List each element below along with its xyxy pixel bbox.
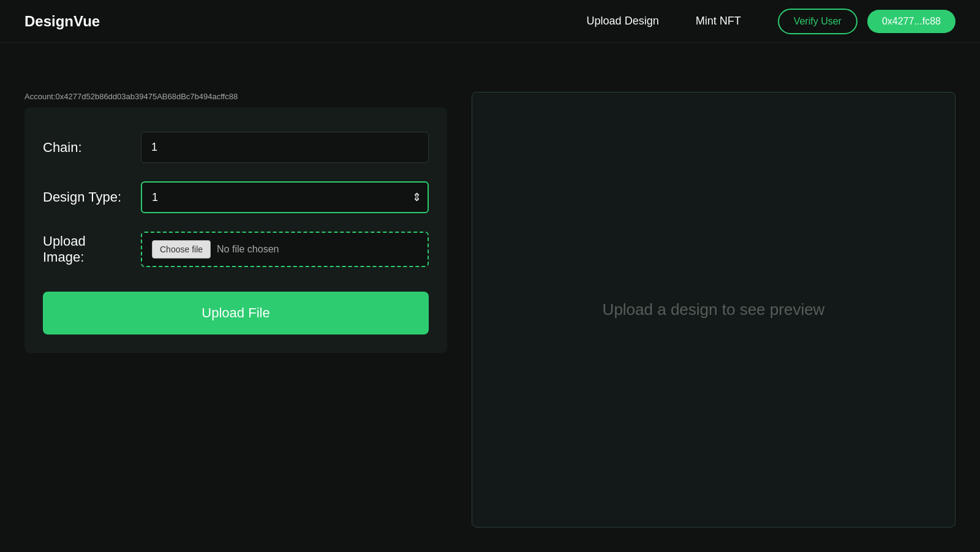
choose-file-button[interactable]: Choose file: [152, 240, 211, 259]
account-label: Account:0x4277d52b86dd03ab39475AB68dBc7b…: [24, 92, 447, 101]
design-type-label: Design Type:: [43, 189, 141, 205]
upload-image-label: UploadImage:: [43, 233, 141, 265]
file-input-wrapper: Choose file No file chosen: [141, 232, 429, 267]
preview-panel: Upload a design to see preview: [472, 92, 956, 527]
app-logo: DesignVue: [24, 13, 100, 30]
preview-placeholder-text: Upload a design to see preview: [603, 300, 825, 319]
nav-links: Upload Design Mint NFT: [587, 15, 741, 28]
design-type-select-wrapper: 1 2 3 ⇕: [141, 181, 429, 213]
wallet-address-button[interactable]: 0x4277...fc88: [867, 10, 956, 33]
upload-file-button[interactable]: Upload File: [43, 292, 429, 335]
left-panel: Account:0x4277d52b86dd03ab39475AB68dBc7b…: [24, 92, 447, 527]
file-input-display: Choose file No file chosen: [142, 233, 428, 266]
navbar: DesignVue Upload Design Mint NFT Verify …: [0, 0, 980, 43]
main-content: Account:0x4277d52b86dd03ab39475AB68dBc7b…: [0, 43, 980, 552]
no-file-text: No file chosen: [217, 244, 279, 255]
verify-user-button[interactable]: Verify User: [778, 9, 858, 34]
nav-upload-design[interactable]: Upload Design: [587, 15, 659, 28]
chain-row: Chain:: [43, 132, 429, 163]
chain-label: Chain:: [43, 140, 141, 156]
design-type-row: Design Type: 1 2 3 ⇕: [43, 181, 429, 213]
design-type-select[interactable]: 1 2 3: [141, 181, 429, 213]
chain-input[interactable]: [141, 132, 429, 163]
upload-image-row: UploadImage: Choose file No file chosen: [43, 232, 429, 267]
form-card: Chain: Design Type: 1 2 3 ⇕: [24, 107, 447, 353]
nav-mint-nft[interactable]: Mint NFT: [696, 15, 741, 28]
